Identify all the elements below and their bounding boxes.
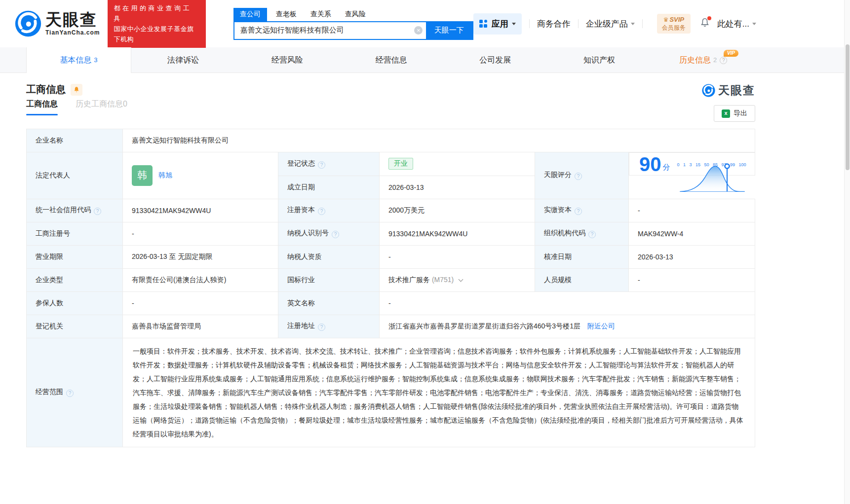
active-underline [26,114,58,115]
business-info-table: 企业名称 嘉善文远知行智能科技有限公司 法定代表人 韩 韩旭 登记状态 开业 [26,129,755,447]
field-label: 经营范围 [27,338,123,447]
score-distribution-chart: 0131550859799100 [677,161,746,167]
industry-value-cell[interactable]: 技术推广服务 (M751) [380,268,535,291]
legal-rep-link[interactable]: 韩旭 [158,171,172,180]
establish-date-value: 2026-03-13 [380,176,535,199]
nav-cooperation[interactable]: 商务合作 [537,18,571,30]
search-tab-company[interactable]: 查公司 [233,8,267,21]
header-nav: 应用 商务合作 企业级产品 SVIP 会员服务 此处有... [473,13,756,35]
chevron-down-icon [631,23,635,25]
search-tab-relation[interactable]: 查关系 [310,8,331,21]
apps-button[interactable]: 应用 [473,13,522,35]
table-row: 经营范围 一般项目：软件开发；技术服务、技术开发、技术咨询、技术交流、技术转让、… [27,338,755,447]
subscribe-bell-icon[interactable] [71,84,82,96]
apps-label: 应用 [492,18,508,30]
chevron-down-icon [752,23,756,25]
subtab-business-registration[interactable]: 工商信息 [26,99,58,115]
score-cell: 90 分 [629,152,755,176]
field-label: 统一社会信用代码 [27,199,123,222]
divider [578,19,579,28]
reg-no-value: - [123,222,278,245]
main-content: 工商信息 工商信息 历史工商信息0 [26,83,755,447]
field-label: 纳税人资质 [278,245,380,268]
help-icon[interactable] [575,173,582,180]
crown-icon [663,16,670,23]
tianyancha-logo[interactable]: 天眼查 TianYanCha.com [15,10,100,37]
help-icon[interactable] [720,57,727,64]
nearby-companies-link[interactable]: 附近公司 [587,322,615,330]
help-icon[interactable] [332,231,339,238]
notification-bell-icon[interactable] [699,17,710,30]
export-button[interactable]: 导出 [714,105,755,122]
company-type-value: 有限责任公司(港澳台法人独资) [123,268,278,291]
help-icon[interactable] [318,161,325,169]
reg-status-cell: 开业 [380,152,535,176]
avatar[interactable]: 韩 [132,165,153,186]
insured-count-value: - [123,291,278,315]
divider [529,19,530,28]
field-label: 法定代表人 [27,152,123,199]
scrollbar[interactable] [844,0,850,504]
table-row: 工商注册号 - 纳税人识别号 91330421MAK942WW4U 组织机构代码… [27,222,755,245]
help-icon[interactable] [588,231,596,238]
watermark-logo: 天眼查 [702,83,755,98]
tab-basic-info[interactable]: 基本信息 3 [26,47,131,73]
search-tab-risk[interactable]: 查风险 [345,8,366,21]
field-label: 参保人数 [27,291,123,315]
top-header: 天眼查 TianYanCha.com 都在用的商业查询工具 国家中小企业发展子基… [0,0,850,47]
table-row: 营业期限 2026-03-13 至 无固定期限 纳税人资质 - 核准日期 202… [27,245,755,268]
watermark-logo-icon [702,84,715,97]
table-row: 统一社会信用代码 91330421MAK942WW4U 注册资本 2000万美元… [27,199,755,222]
help-icon[interactable] [318,324,325,331]
field-label: 核准日期 [535,245,629,268]
table-row: 法定代表人 韩 韩旭 登记状态 开业 天眼评分 90 [27,152,755,176]
help-icon[interactable] [575,208,582,215]
brand-name: 天眼查 [45,11,100,28]
score-value: 90 [639,154,661,174]
svip-member-button[interactable]: SVIP 会员服务 [657,14,691,34]
tab-company-development[interactable]: 公司发展 [443,47,547,73]
field-label: 组织机构代码 [535,222,629,245]
apps-grid-icon [479,20,487,28]
field-label: 注册地址 [278,315,380,338]
field-label: 企业名称 [27,129,123,152]
field-label: 登记状态 [278,152,380,176]
tianyancha-logo-icon [15,10,41,37]
taxpayer-no-value: 91330421MAK942WW4U [380,222,535,245]
reg-address-cell: 浙江省嘉兴市嘉善县罗星街道罗星街道归谷六路460号3号楼1层 附近公司 [380,315,755,338]
search-tab-boss[interactable]: 查老板 [276,8,297,21]
field-label: 营业期限 [27,245,123,268]
table-row: 参保人数 - 英文名称 - [27,291,755,315]
promo-line2: 国家中小企业发展子基金旗下机构 [114,24,199,44]
table-row: 企业类型 有限责任公司(港澳台法人独资) 国标行业 技术推广服务 (M751) … [27,268,755,291]
business-term-value: 2026-03-13 至 无固定期限 [123,245,278,268]
search-input[interactable] [234,22,411,39]
help-icon[interactable] [94,208,101,215]
tab-intellectual-property[interactable]: 知识产权 [547,47,652,73]
help-icon[interactable] [66,390,74,397]
clear-icon[interactable] [411,22,426,39]
tab-operating-risk[interactable]: 经营风险 [235,47,339,73]
search-box: 天眼一下 [233,21,473,40]
tab-business-info[interactable]: 经营信息 [339,47,443,73]
nav-enterprise[interactable]: 企业级产品 [586,18,635,30]
business-scope-value: 一般项目：软件开发；技术服务、技术开发、技术咨询、技术交流、技术转让、技术推广；… [123,338,755,447]
field-label: 纳税人识别号 [278,222,380,245]
subtab-history-registration[interactable]: 历史工商信息0 [76,99,127,115]
staff-size-value: - [629,268,755,291]
taxpayer-quality-value: - [380,245,535,268]
chevron-down-icon [459,277,464,282]
score-unit: 分 [663,163,670,172]
tab-history-info[interactable]: 历史信息 2 VIP [651,47,755,73]
scrollbar-thumb[interactable] [846,44,850,170]
search-area: 查公司 查老板 查关系 查风险 天眼一下 [233,8,473,40]
help-icon[interactable] [318,208,325,215]
credit-code-value: 91330421MAK942WW4U [123,199,278,222]
account-menu[interactable]: 此处有... [717,18,756,30]
search-button[interactable]: 天眼一下 [426,22,472,39]
tab-legal-proceedings[interactable]: 法律诉讼 [131,47,235,73]
status-badge: 开业 [388,158,413,170]
search-tabs: 查公司 查老板 查关系 查风险 [233,8,473,21]
section-title: 工商信息 [26,83,66,96]
field-label: 工商注册号 [27,222,123,245]
